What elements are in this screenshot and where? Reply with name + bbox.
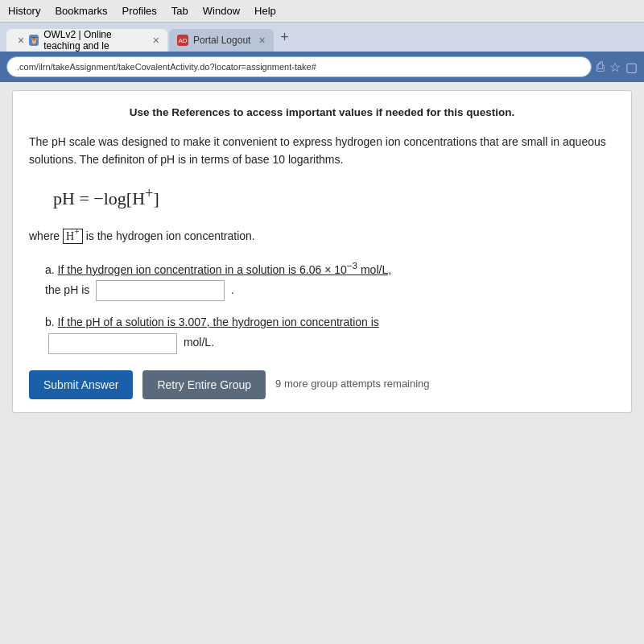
question-header: Use the References to access important v… bbox=[29, 104, 615, 122]
part-a-label: a. bbox=[45, 263, 58, 276]
menu-window[interactable]: Window bbox=[203, 5, 240, 17]
content-area: Use the References to access important v… bbox=[0, 82, 644, 644]
part-b-label: b. bbox=[45, 316, 58, 328]
formula-text: pH = −log[H+] bbox=[53, 188, 159, 208]
submit-button[interactable]: Submit Answer bbox=[29, 370, 133, 399]
part-b-input[interactable] bbox=[48, 333, 177, 354]
question-intro: The pH scale was designed to make it con… bbox=[29, 133, 615, 169]
share-icon[interactable]: ⎙ bbox=[597, 60, 605, 74]
tab-close-btn-portal[interactable]: × bbox=[258, 34, 265, 47]
window-icon[interactable]: ▢ bbox=[625, 60, 638, 75]
part-a: a. If the hydrogen ion concentration in … bbox=[45, 257, 615, 301]
tab-close-btn-owl[interactable]: × bbox=[153, 34, 159, 47]
attempts-text: 9 more group attempts remaining bbox=[275, 376, 429, 393]
where-word: where bbox=[29, 229, 63, 242]
part-a-input[interactable] bbox=[96, 280, 225, 301]
tab-owl[interactable]: × 🦉 OWLv2 | Online teaching and le × bbox=[6, 29, 167, 52]
portal-icon: AD bbox=[177, 35, 188, 46]
part-a-question: the pH is bbox=[45, 283, 93, 296]
owl-icon: 🦉 bbox=[29, 35, 39, 46]
new-tab-button[interactable]: + bbox=[275, 27, 295, 47]
bookmark-icon[interactable]: ☆ bbox=[609, 60, 621, 75]
part-b-unit: mol/L. bbox=[184, 336, 214, 349]
where-line: where H+ is the hydrogen ion concentrati… bbox=[29, 225, 615, 246]
tab-close-owl[interactable]: × bbox=[18, 34, 24, 47]
part-b: b. If the pH of a solution is 3.007, the… bbox=[45, 312, 615, 353]
parts-container: a. If the hydrogen ion concentration in … bbox=[45, 257, 615, 354]
ion-bracket: H+ bbox=[63, 229, 83, 244]
menu-tab[interactable]: Tab bbox=[171, 5, 188, 17]
button-row: Submit Answer Retry Entire Group 9 more … bbox=[29, 370, 615, 399]
part-a-end: . bbox=[231, 283, 234, 296]
where-suffix: is the hydrogen ion concentration. bbox=[86, 229, 255, 242]
address-bar: ⎙ ☆ ▢ bbox=[0, 52, 644, 82]
retry-button[interactable]: Retry Entire Group bbox=[142, 370, 266, 399]
tab-owl-label: OWLv2 | Online teaching and le bbox=[43, 29, 145, 52]
tab-portal-label: Portal Logout bbox=[193, 35, 250, 46]
part-b-question: If the pH of a solution is 3.007, the hy… bbox=[58, 316, 379, 328]
menu-bookmarks[interactable]: Bookmarks bbox=[55, 5, 107, 17]
menu-help[interactable]: Help bbox=[254, 5, 276, 17]
address-input[interactable] bbox=[6, 56, 592, 77]
menu-history[interactable]: History bbox=[8, 5, 40, 17]
part-a-intro: If the hydrogen ion concentration in a s… bbox=[58, 263, 392, 276]
menu-profiles[interactable]: Profiles bbox=[122, 5, 156, 17]
menu-bar: History Bookmarks Profiles Tab Window He… bbox=[0, 0, 644, 23]
question-box: Use the References to access important v… bbox=[12, 90, 632, 413]
formula-display: pH = −log[H+] bbox=[53, 181, 615, 213]
tab-portal[interactable]: AD Portal Logout × bbox=[169, 29, 274, 52]
tab-bar: × 🦉 OWLv2 | Online teaching and le × AD … bbox=[0, 23, 644, 52]
